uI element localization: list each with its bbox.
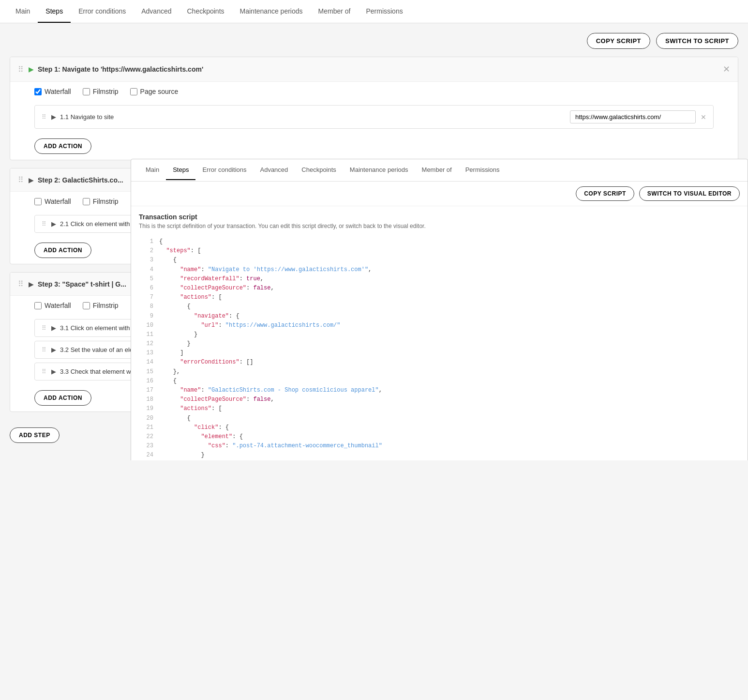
- script-desc: This is the script definition of your tr…: [139, 223, 740, 229]
- code-line-3: 3 {: [139, 256, 740, 265]
- script-title: Transaction script: [139, 213, 740, 221]
- add-step-button[interactable]: ADD STEP: [10, 427, 60, 443]
- sub-chevron-3-1[interactable]: ▶: [51, 324, 56, 332]
- sub-drag-1-1[interactable]: ⠿: [42, 113, 46, 121]
- top-navigation: Main Steps Error conditions Advanced Che…: [0, 0, 748, 23]
- code-editor[interactable]: 1 { 2 "steps": [ 3 { 4 "name": "Navigate…: [131, 233, 748, 460]
- waterfall-label-2: Waterfall: [45, 198, 71, 205]
- code-line-12: 12 }: [139, 339, 740, 349]
- filmstrip-checkbox-2[interactable]: Filmstrip: [83, 198, 119, 205]
- pagesource-checkbox-1[interactable]: Page source: [130, 88, 179, 95]
- main-content: COPY SCRIPT SWITCH TO SCRIPT ⠿ ▶ Step 1:…: [0, 23, 748, 460]
- filmstrip-input-3[interactable]: [83, 302, 90, 309]
- code-line-8: 8 {: [139, 302, 740, 311]
- sub-step-1-1-header: ⠿ ▶ 1.1 Navigate to site ✕: [35, 106, 713, 128]
- add-action-button-2[interactable]: ADD ACTION: [34, 243, 91, 258]
- code-line-9: 9 "navigate": {: [139, 312, 740, 321]
- filmstrip-input-1[interactable]: [83, 88, 90, 95]
- copy-script-button[interactable]: COPY SCRIPT: [587, 33, 650, 49]
- code-line-6: 6 "collectPageSource": false,: [139, 284, 740, 293]
- tab-advanced[interactable]: Advanced: [134, 0, 179, 23]
- modal-tab-checkpoints[interactable]: Checkpoints: [295, 160, 343, 180]
- step-card-1: ⠿ ▶ Step 1: Navigate to 'https://www.gal…: [10, 57, 738, 160]
- filmstrip-label-3: Filmstrip: [93, 302, 119, 309]
- code-line-22: 22 "element": {: [139, 432, 740, 441]
- sub-chevron-3-3[interactable]: ▶: [51, 368, 56, 375]
- waterfall-label-1: Waterfall: [45, 88, 71, 95]
- pagesource-label-1: Page source: [140, 88, 179, 95]
- add-action-button-1[interactable]: ADD ACTION: [34, 138, 91, 154]
- modal-navigation: Main Steps Error conditions Advanced Che…: [131, 159, 748, 182]
- tab-checkpoints[interactable]: Checkpoints: [180, 0, 232, 23]
- sub-drag-3-2[interactable]: ⠿: [42, 346, 46, 353]
- code-line-20: 20 {: [139, 414, 740, 423]
- modal-tab-advanced[interactable]: Advanced: [253, 160, 295, 180]
- code-line-14: 14 "errorConditions": []: [139, 358, 740, 367]
- code-line-18: 18 "collectPageSource": false,: [139, 395, 740, 404]
- add-action-button-3[interactable]: ADD ACTION: [34, 390, 91, 406]
- code-line-7: 7 "actions": [: [139, 293, 740, 302]
- code-line-4: 4 "name": "Navigate to 'https://www.gala…: [139, 265, 740, 274]
- code-line-2: 2 "steps": [: [139, 246, 740, 256]
- sub-chevron-2-1[interactable]: ▶: [51, 220, 56, 228]
- chevron-2[interactable]: ▶: [29, 176, 34, 184]
- toolbar-buttons: COPY SCRIPT SWITCH TO SCRIPT: [10, 33, 738, 49]
- filmstrip-checkbox-3[interactable]: Filmstrip: [83, 302, 119, 309]
- code-line-1: 1 {: [139, 237, 740, 246]
- waterfall-input-1[interactable]: [34, 88, 42, 95]
- tab-steps[interactable]: Steps: [38, 0, 71, 23]
- sub-drag-2-1[interactable]: ⠿: [42, 220, 46, 228]
- modal-tab-error-conditions[interactable]: Error conditions: [195, 160, 253, 180]
- code-line-5: 5 "recordWaterfall": true,: [139, 274, 740, 284]
- step-1-header: ⠿ ▶ Step 1: Navigate to 'https://www.gal…: [10, 57, 738, 82]
- code-line-25: 25 }: [139, 460, 740, 461]
- tab-maintenance-periods[interactable]: Maintenance periods: [232, 0, 311, 23]
- waterfall-input-2[interactable]: [34, 198, 42, 205]
- code-line-11: 11 }: [139, 330, 740, 339]
- sub-chevron-3-2[interactable]: ▶: [51, 346, 56, 353]
- code-line-16: 16 {: [139, 377, 740, 386]
- pagesource-input-1[interactable]: [130, 88, 137, 95]
- script-info: Transaction script This is the script de…: [131, 206, 748, 233]
- step-1-options: Waterfall Filmstrip Page source: [10, 82, 738, 101]
- navigate-url-input[interactable]: [570, 110, 696, 123]
- waterfall-checkbox-1[interactable]: Waterfall: [34, 88, 71, 95]
- drag-handle-1[interactable]: ⠿: [18, 65, 24, 74]
- waterfall-label-3: Waterfall: [45, 302, 71, 309]
- tab-permissions[interactable]: Permissions: [358, 0, 410, 23]
- modal-tab-steps[interactable]: Steps: [166, 160, 195, 180]
- sub-close-1-1[interactable]: ✕: [701, 113, 706, 121]
- chevron-1[interactable]: ▶: [29, 65, 34, 73]
- code-line-19: 19 "actions": [: [139, 404, 740, 413]
- waterfall-input-3[interactable]: [34, 302, 42, 309]
- modal-tab-permissions[interactable]: Permissions: [459, 160, 507, 180]
- code-line-10: 10 "url": "https://www.galacticshirts.co…: [139, 321, 740, 330]
- tab-member-of[interactable]: Member of: [311, 0, 359, 23]
- sub-drag-3-1[interactable]: ⠿: [42, 324, 46, 332]
- filmstrip-input-2[interactable]: [83, 198, 90, 205]
- waterfall-checkbox-2[interactable]: Waterfall: [34, 198, 71, 205]
- tab-main[interactable]: Main: [8, 0, 38, 23]
- code-line-15: 15 },: [139, 367, 740, 377]
- tab-error-conditions[interactable]: Error conditions: [71, 0, 134, 23]
- drag-handle-3[interactable]: ⠿: [18, 279, 24, 289]
- step-1-title: Step 1: Navigate to 'https://www.galacti…: [38, 65, 718, 73]
- modal-tab-member-of[interactable]: Member of: [415, 160, 459, 180]
- sub-drag-3-3[interactable]: ⠿: [42, 368, 46, 375]
- modal-tab-main[interactable]: Main: [139, 160, 166, 180]
- filmstrip-checkbox-1[interactable]: Filmstrip: [83, 88, 119, 95]
- code-line-17: 17 "name": "GalacticShirts.com - Shop co…: [139, 386, 740, 395]
- step-1-close[interactable]: ✕: [723, 64, 730, 75]
- modal-switch-button[interactable]: SWITCH TO VISUAL EDITOR: [639, 186, 740, 201]
- switch-to-script-button[interactable]: SWITCH TO SCRIPT: [656, 33, 738, 49]
- waterfall-checkbox-3[interactable]: Waterfall: [34, 302, 71, 309]
- code-line-13: 13 ]: [139, 349, 740, 358]
- modal-copy-script-button[interactable]: COPY SCRIPT: [576, 186, 634, 201]
- modal-toolbar: COPY SCRIPT SWITCH TO VISUAL EDITOR: [131, 182, 748, 206]
- drag-handle-2[interactable]: ⠿: [18, 175, 24, 184]
- chevron-3[interactable]: ▶: [29, 280, 34, 288]
- filmstrip-label-2: Filmstrip: [93, 198, 119, 205]
- sub-chevron-1-1[interactable]: ▶: [51, 113, 56, 121]
- code-line-21: 21 "click": {: [139, 423, 740, 432]
- modal-tab-maintenance-periods[interactable]: Maintenance periods: [343, 160, 415, 180]
